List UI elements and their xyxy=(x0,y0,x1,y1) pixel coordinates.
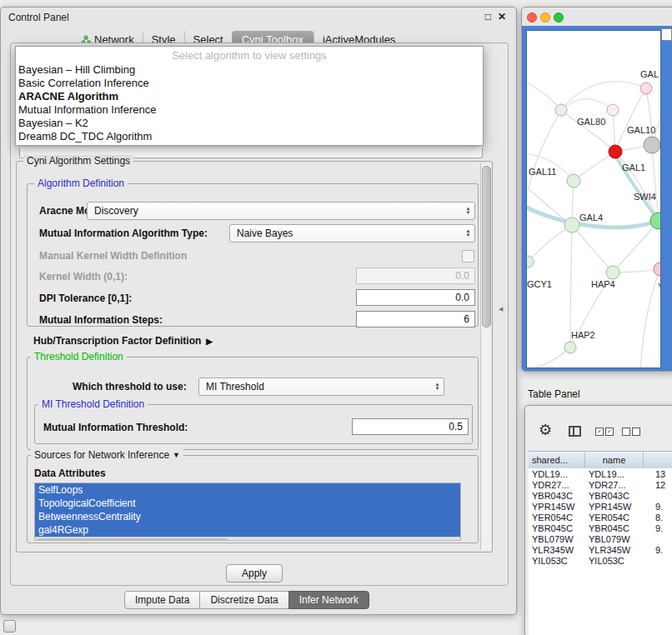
manual-kernel-checkbox[interactable] xyxy=(462,250,474,262)
tab-infer-network[interactable]: Infer Network xyxy=(288,591,369,609)
mi-type-combo[interactable]: Naive Bayes ▲▼ xyxy=(229,224,475,242)
node[interactable] xyxy=(644,137,660,153)
node[interactable] xyxy=(606,266,619,279)
table-row[interactable]: YPR145W YPR145W 9. xyxy=(529,502,672,512)
dropdown-item[interactable]: Mutual Information Inference xyxy=(16,103,483,117)
sources-title: Sources for Network Inference xyxy=(34,449,169,461)
dpi-tolerance-label: DPI Tolerance [0,1]: xyxy=(39,292,132,304)
kernel-width-label: Kernel Width (0,1): xyxy=(39,271,128,282)
column-header-shared[interactable]: shared... xyxy=(529,452,585,468)
mi-steps-field[interactable]: 6 xyxy=(356,311,475,328)
panel-grip-icon[interactable] xyxy=(3,620,16,632)
node[interactable] xyxy=(567,174,580,188)
float-window-icon[interactable]: □ xyxy=(485,11,491,22)
list-item[interactable]: TopologicalCoefficient xyxy=(35,497,460,510)
dropdown-item[interactable]: Bayesian – Hill Climbing xyxy=(16,63,483,77)
node[interactable] xyxy=(555,104,567,116)
mi-type-value: Naive Bayes xyxy=(230,228,462,239)
node-label: HAP4 xyxy=(591,279,615,289)
dropdown-item-selected[interactable]: ARACNE Algorithm xyxy=(16,90,483,103)
which-threshold-combo[interactable]: MI Threshold ▲▼ xyxy=(198,378,444,396)
combo-arrows-icon: ▲▼ xyxy=(462,207,474,215)
control-panel-titlebar[interactable]: Control Panel □ ✕ xyxy=(1,8,516,28)
dropdown-placeholder: Select algorithm to view settings xyxy=(16,48,483,63)
node[interactable] xyxy=(564,218,579,232)
settings-scrollbar-track[interactable] xyxy=(480,163,491,550)
list-hscrollbar-track[interactable] xyxy=(35,537,460,541)
sources-expander[interactable]: Sources for Network Inference ▼ xyxy=(31,449,183,461)
algorithm-definition-group: Algorithm Definition Aracne Mode: Discov… xyxy=(27,183,479,327)
node-label: GAL11 xyxy=(529,167,556,177)
close-window-icon[interactable]: ✕ xyxy=(498,11,506,22)
column-header-name[interactable]: name xyxy=(585,452,644,468)
select-all-columns-button[interactable]: ✓✓ xyxy=(595,428,614,436)
table-header: shared... name xyxy=(529,451,672,469)
node[interactable] xyxy=(564,342,576,353)
node[interactable] xyxy=(527,256,534,268)
which-threshold-value: MI Threshold xyxy=(199,381,431,392)
algorithm-dropdown-popup: Select algorithm to view settings Bayesi… xyxy=(15,46,484,146)
table-row[interactable]: YLR345W YLR345W 9. xyxy=(529,545,672,556)
dropdown-item[interactable]: Dream8 DC_TDC Algorithm xyxy=(16,130,483,143)
table-row[interactable]: YBR043C YBR043C xyxy=(529,491,672,502)
node[interactable] xyxy=(640,82,652,94)
algorithm-definition-title: Algorithm Definition xyxy=(34,178,128,189)
node[interactable] xyxy=(607,104,619,116)
columns-icon xyxy=(569,426,581,437)
network-view-window: GAL GAL80 GAL10 GAL11 GAL1 SWI4 GAL4 GCY… xyxy=(521,7,672,372)
table-row[interactable]: YDL19... YDL19... 13 xyxy=(529,469,672,480)
combo-arrows-icon: ▲▼ xyxy=(431,382,444,391)
close-traffic-light[interactable] xyxy=(527,12,537,22)
gear-icon: ⚙ xyxy=(539,422,552,438)
node[interactable] xyxy=(650,212,661,229)
aracne-mode-value: Discovery xyxy=(88,205,462,217)
node[interactable] xyxy=(654,262,661,276)
hub-tf-expander[interactable]: Hub/Transcription Factor Definition ▶ xyxy=(33,335,213,347)
table-panel-title: Table Panel xyxy=(528,388,580,400)
list-hscrollbar-thumb[interactable] xyxy=(37,538,228,541)
dpi-tolerance-field[interactable]: 0.0 xyxy=(356,289,475,306)
mi-steps-label: Mutual Information Steps: xyxy=(39,314,163,326)
deselect-all-columns-button[interactable] xyxy=(622,428,640,436)
which-threshold-label: Which threshold to use: xyxy=(73,381,187,392)
table-row[interactable]: YBL079W YBL079W xyxy=(529,534,672,545)
aracne-mode-combo[interactable]: Discovery ▲▼ xyxy=(87,202,475,220)
view-corner-button[interactable] xyxy=(661,28,672,41)
mi-threshold-field[interactable]: 0.5 xyxy=(352,418,469,435)
apply-button[interactable]: Apply xyxy=(226,564,283,582)
show-columns-button[interactable] xyxy=(569,426,581,437)
settings-scrollbar-thumb[interactable] xyxy=(482,166,491,328)
table-panel-window: ⚙ ✓✓ shared... name YDL19... YDL19... 13… xyxy=(524,405,672,635)
table-settings-button[interactable]: ⚙ xyxy=(539,422,552,438)
unchecked-box-icon xyxy=(632,428,640,436)
mi-threshold-group-title: MI Threshold Definition xyxy=(38,398,148,410)
mi-threshold-group: MI Threshold Definition Mutual Informati… xyxy=(34,404,473,444)
network-view-frame: GAL GAL80 GAL10 GAL11 GAL1 SWI4 GAL4 GCY… xyxy=(522,26,672,371)
splitter-collapse-icon[interactable]: ◀ xyxy=(499,306,503,312)
dropdown-item[interactable]: Basic Correlation Inference xyxy=(16,77,483,90)
table-row[interactable]: YBR045C YBR045C 9. xyxy=(529,523,672,534)
list-item[interactable]: BetweennessCentrality xyxy=(35,510,460,523)
table-row[interactable]: YER054C YER054C 8. xyxy=(529,512,672,523)
tab-impute-data[interactable]: Impute Data xyxy=(124,591,200,609)
list-item[interactable]: gal4RGexp xyxy=(35,523,460,537)
node-label: GAL xyxy=(640,69,659,79)
table-row[interactable]: YDR27... YDR27... 12 xyxy=(529,480,672,491)
tab-discretize-data[interactable]: Discretize Data xyxy=(199,591,288,609)
zoom-traffic-light[interactable] xyxy=(554,12,564,22)
network-window-titlebar[interactable] xyxy=(522,8,672,26)
cyni-algorithm-settings-title: Cyni Algorithm Settings xyxy=(23,155,133,167)
minimize-traffic-light[interactable] xyxy=(540,12,550,22)
node-label: GCY1 xyxy=(527,279,552,289)
list-item[interactable]: SelfLoops xyxy=(35,483,460,497)
threshold-definition-title: Threshold Definition xyxy=(31,351,127,362)
table-row[interactable]: YIL053C YIL053C xyxy=(529,556,672,567)
network-canvas[interactable]: GAL GAL80 GAL10 GAL11 GAL1 SWI4 GAL4 GCY… xyxy=(526,30,661,368)
node-red[interactable] xyxy=(609,145,622,158)
data-attributes-list: SelfLoops TopologicalCoefficient Between… xyxy=(34,482,461,541)
node-label: GAL1 xyxy=(622,162,645,172)
dropdown-item[interactable]: Bayesian – K2 xyxy=(16,117,483,130)
hub-tf-label: Hub/Transcription Factor Definition xyxy=(33,335,201,347)
column-header-extra[interactable] xyxy=(644,452,672,468)
kernel-width-field: 0.0 xyxy=(356,268,475,284)
